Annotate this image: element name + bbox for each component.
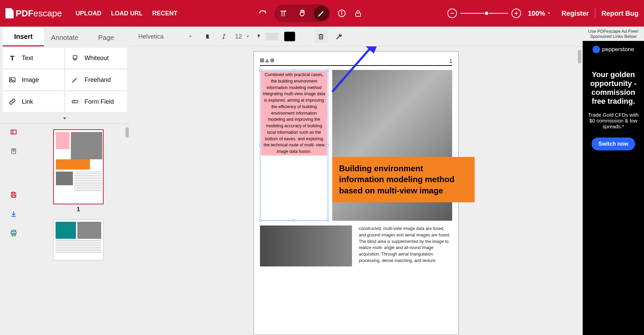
- tool-label: Whiteout: [85, 55, 109, 62]
- svg-rect-11: [12, 149, 16, 154]
- app-logo: PDFescape: [5, 8, 62, 19]
- bold-button[interactable]: [202, 31, 213, 42]
- insert-image-button[interactable]: Image: [3, 70, 64, 90]
- insert-form-field-button[interactable]: Form Field: [65, 91, 127, 112]
- sponsored-ad[interactable]: pepperstone Your golden opportunity - co…: [583, 41, 644, 335]
- bookmark-icon[interactable]: [10, 147, 18, 155]
- header-right: Register Report Bug: [562, 8, 639, 18]
- chevron-down-icon: [547, 11, 551, 16]
- document-page[interactable]: 1 Combined with practical cases, the bui…: [254, 51, 459, 335]
- resize-handle[interactable]: [326, 69, 329, 72]
- zoom-controls: − + 100%: [447, 9, 551, 18]
- canvas-scrollbar[interactable]: [578, 50, 581, 63]
- svg-rect-4: [73, 56, 77, 59]
- resize-handle[interactable]: [326, 219, 329, 222]
- svg-rect-12: [12, 192, 14, 194]
- tool-label: Link: [22, 98, 33, 105]
- recent-button[interactable]: RECENT: [152, 10, 178, 17]
- ad-cta-button[interactable]: Switch now: [592, 137, 635, 150]
- resize-handle[interactable]: [259, 144, 262, 147]
- svg-rect-13: [12, 195, 15, 197]
- logo-text: PDFescape: [16, 8, 62, 19]
- load-url-button[interactable]: LOAD URL: [111, 10, 143, 17]
- chevron-down-icon: [245, 34, 250, 39]
- tool-label: Freehand: [85, 76, 111, 84]
- ad-title: Your golden opportunity - commission fre…: [586, 70, 641, 106]
- tab-page[interactable]: Page: [86, 29, 127, 46]
- freehand-icon: [71, 76, 79, 84]
- logo-icon: [5, 8, 14, 18]
- resize-handle[interactable]: [259, 69, 262, 72]
- lock-icon[interactable]: [353, 9, 363, 18]
- page-thumbnail[interactable]: [53, 219, 104, 260]
- app-header: PDFescape UPLOAD LOAD URL RECENT −: [0, 0, 644, 27]
- insert-freehand-button[interactable]: Freehand: [65, 70, 127, 90]
- resize-handle[interactable]: [293, 69, 295, 72]
- chevron-down-icon: [188, 34, 193, 39]
- zoom-handle[interactable]: [484, 11, 489, 16]
- text-icon: [8, 54, 16, 62]
- tool-label: Form Field: [85, 98, 114, 105]
- insert-whiteout-button[interactable]: Whiteout: [65, 48, 127, 68]
- selected-text-box[interactable]: Combined with practical cases, the build…: [260, 70, 328, 221]
- insert-text-button[interactable]: Text: [3, 48, 64, 68]
- tab-insert[interactable]: Insert: [3, 28, 44, 46]
- expand-tools-button[interactable]: [0, 113, 129, 123]
- page-thumbnail[interactable]: 1: [53, 129, 104, 213]
- zoom-slider[interactable]: [460, 13, 508, 14]
- pen-tool-icon[interactable]: [314, 6, 329, 21]
- thumb-scrollbar[interactable]: [125, 127, 129, 137]
- insert-link-button[interactable]: Link: [3, 91, 64, 112]
- form-field-icon: [71, 98, 79, 106]
- upload-button[interactable]: UPLOAD: [76, 10, 102, 17]
- font-select[interactable]: Helvetica: [135, 32, 196, 42]
- format-toolbar: Helvetica 12: [129, 27, 583, 46]
- report-bug-link[interactable]: Report Bug: [601, 10, 639, 17]
- zoom-value: 100%: [528, 10, 545, 17]
- canvas[interactable]: 1 Combined with practical cases, the bui…: [129, 46, 583, 335]
- font-size-select[interactable]: 12: [235, 33, 250, 40]
- spacing-swatch: [266, 33, 278, 40]
- info-icon[interactable]: [337, 9, 347, 18]
- thumbnails: 1: [27, 124, 129, 335]
- trash-icon: [317, 33, 325, 40]
- resize-handle[interactable]: [326, 144, 329, 147]
- chevron-down-icon: [62, 115, 68, 121]
- text-tool-icon[interactable]: [276, 6, 291, 21]
- center-column: Helvetica 12: [129, 27, 583, 335]
- thumb-page-number: 1: [53, 206, 104, 213]
- hand-tool-icon[interactable]: [295, 6, 310, 21]
- resize-handle[interactable]: [259, 219, 262, 222]
- zoom-dropdown[interactable]: 100%: [528, 10, 551, 17]
- ad-brand-icon: [593, 46, 600, 53]
- text-color-button[interactable]: [284, 32, 295, 41]
- italic-button[interactable]: [219, 31, 229, 42]
- resize-handle[interactable]: [293, 219, 295, 222]
- thumb-sidebar: [0, 124, 27, 335]
- page-number: 1: [449, 58, 452, 64]
- page-header: 1: [260, 58, 452, 66]
- download-icon[interactable]: [10, 210, 18, 218]
- zoom-out-button[interactable]: −: [447, 9, 457, 18]
- font-size: 12: [235, 33, 242, 40]
- ad-brand: pepperstone: [593, 46, 634, 53]
- letter-spacing-button[interactable]: [256, 33, 278, 40]
- print-icon[interactable]: [10, 229, 18, 237]
- svg-rect-3: [356, 13, 361, 16]
- panel-view-icon[interactable]: [10, 128, 18, 136]
- zoom-in-button[interactable]: +: [511, 9, 521, 18]
- hero-image: Building environment information modelin…: [332, 70, 452, 221]
- delete-button[interactable]: [314, 30, 328, 43]
- save-icon[interactable]: [10, 191, 18, 199]
- ad-subtitle: Trade Gold CFDs with $0 commission & low…: [586, 112, 641, 129]
- font-name: Helvetica: [138, 33, 164, 40]
- settings-button[interactable]: [334, 31, 344, 42]
- tool-cluster: [274, 4, 330, 22]
- redo-icon[interactable]: [258, 9, 267, 18]
- ad-brand-name: pepperstone: [602, 46, 634, 53]
- selected-text-content[interactable]: Combined with practical cases, the build…: [261, 71, 327, 156]
- register-link[interactable]: Register: [562, 10, 589, 17]
- tab-annotate[interactable]: Annotate: [44, 29, 85, 46]
- divider: [595, 8, 595, 18]
- left-panel: Insert Annotate Page Text Whiteout Image…: [0, 27, 129, 335]
